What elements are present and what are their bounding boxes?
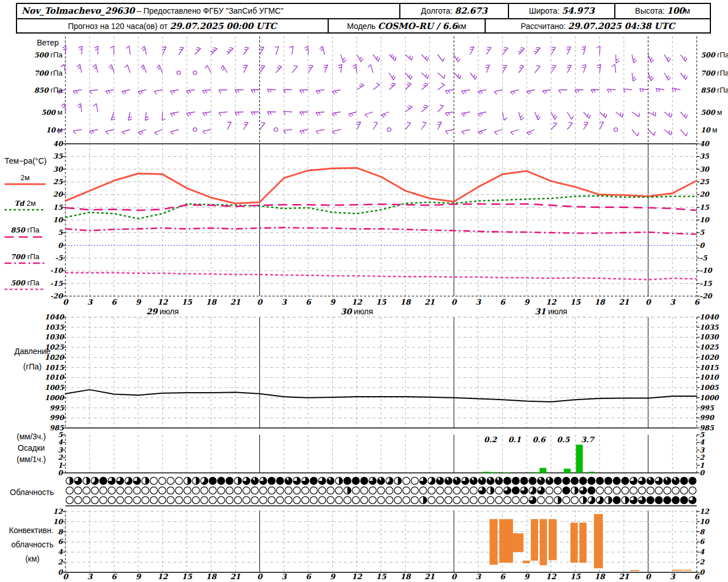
cloud-okta-symbol (436, 487, 444, 494)
wind-barb-icon (122, 90, 130, 94)
cloud-okta-symbol (310, 477, 317, 485)
cloud-okta-symbol (403, 487, 410, 494)
wind-barb-icon (664, 130, 672, 135)
header-row-2: Прогноз на 120 часа(ов) от 29.07.2025 00… (17, 19, 710, 34)
header-label: Широта: (529, 6, 562, 15)
wind-barb-icon (470, 47, 474, 55)
wind-barb-icon (462, 112, 470, 117)
wind-barb-icon (106, 90, 114, 94)
wind-barb-icon (157, 65, 163, 73)
wind-barb-icon (502, 112, 507, 120)
wind-barb-icon (332, 90, 341, 94)
wind-barb-icon (93, 64, 97, 73)
wind-barb-icon (648, 112, 656, 117)
cloud-okta-symbol (175, 487, 183, 494)
wind-barb-icon (260, 122, 265, 130)
wind-barb-icon (494, 130, 502, 135)
cloud-okta-symbol (680, 497, 688, 504)
wind-barb-icon (155, 130, 163, 135)
wind-barb-icon (300, 90, 308, 93)
wind-barb-icon (243, 122, 248, 130)
cloud-okta-symbol (520, 497, 528, 504)
cloud-okta-symbol (100, 497, 107, 504)
cloud-okta-symbol (470, 497, 477, 504)
wind-barb-icon (445, 112, 454, 116)
cloud-okta-symbol (495, 487, 503, 494)
cloud-okta-symbol (276, 477, 284, 485)
cloud-okta-fill (487, 477, 494, 485)
wind-barb-icon (551, 123, 557, 130)
cloud-okta-symbol (150, 487, 158, 494)
wind-barb-icon (205, 65, 211, 73)
wind-barb-icon (316, 90, 324, 94)
cloud-okta-symbol (268, 487, 275, 494)
cloud-okta-symbol (512, 477, 519, 485)
wind-barb-icon (518, 48, 525, 55)
cloud-okta-symbol (411, 497, 419, 504)
wind-barb-icon (289, 46, 293, 55)
wind-barb-icon (267, 111, 276, 115)
cloud-okta-symbol (562, 497, 570, 504)
cloud-okta-symbol (201, 497, 208, 504)
cloud-okta-symbol (638, 487, 646, 494)
cloud-okta-symbol (495, 497, 503, 504)
header-row-1: Nov_Tolmachevo_29630 – Предоставлено ФГБ… (17, 4, 710, 19)
cloud-okta-symbol (411, 487, 419, 494)
wind-barb-icon (122, 130, 130, 135)
wind-barb-icon (219, 90, 228, 93)
cloud-okta-symbol (622, 487, 629, 494)
wind-barb-icon (235, 90, 243, 93)
wind-barb-icon (259, 47, 264, 55)
precip-bar (491, 472, 498, 473)
wind-barb-icon (551, 112, 557, 119)
cloud-okta-symbol (226, 487, 233, 494)
cloud-okta-symbol (445, 497, 452, 504)
wind-barb-icon (462, 90, 470, 94)
wind-barb-icon (566, 47, 570, 55)
cloud-okta-symbol (394, 497, 402, 504)
cloud-okta-symbol (293, 487, 301, 494)
precip-bar (531, 472, 538, 473)
header-value: COSMO-RU / 6.6 (378, 21, 457, 31)
cloud-okta-symbol (478, 497, 486, 504)
wind-barb-icon (421, 105, 428, 112)
wind-barb-icon (145, 112, 148, 120)
precip-bar (503, 472, 510, 473)
wind-barb-icon (210, 48, 217, 55)
cloud-okta-symbol (336, 497, 343, 504)
cloud-okta-symbol (537, 497, 545, 504)
wind-barb-icon (519, 112, 524, 120)
cloud-okta-symbol (133, 497, 140, 504)
cloud-okta-symbol (605, 477, 612, 485)
cloud-okta-symbol (217, 477, 225, 485)
cloud-okta-symbol (83, 497, 90, 504)
cloud-okta-symbol (462, 497, 469, 504)
cloud-okta-symbol (285, 487, 292, 494)
cloud-okta-symbol (580, 477, 587, 485)
cloud-okta-symbol (529, 477, 536, 485)
cloud-okta-symbol (310, 487, 317, 494)
wind-barb-icon (664, 73, 671, 80)
wind-barb-icon (389, 54, 396, 61)
wind-barb-icon (109, 65, 114, 73)
wind-barb-icon (607, 89, 616, 93)
longitude-field: Долгота: 82.673 (399, 4, 508, 18)
wind-barb-icon (535, 112, 540, 120)
cloud-okta-symbol (470, 487, 477, 494)
cloud-okta-symbol (361, 487, 368, 494)
cloud-okta-symbol (251, 487, 259, 494)
header-value: Nov_Tolmachevo_29630 (22, 6, 135, 16)
wind-barb-icon (332, 112, 341, 117)
cloud-symbols (65, 477, 697, 506)
precip-bar (564, 469, 570, 473)
cloud-okta-symbol (268, 477, 275, 485)
cloud-okta-symbol (655, 497, 663, 504)
cloud-okta-fill (339, 477, 342, 485)
wind-barb-icon (357, 55, 363, 62)
wind-barb-icon (126, 46, 130, 55)
conv-cloud-bar (672, 570, 683, 571)
cloud-okta-symbol (75, 487, 82, 494)
cloud-okta-symbol (83, 487, 90, 494)
wind-barb-icon (664, 112, 672, 117)
wind-barb-icon (470, 73, 477, 80)
